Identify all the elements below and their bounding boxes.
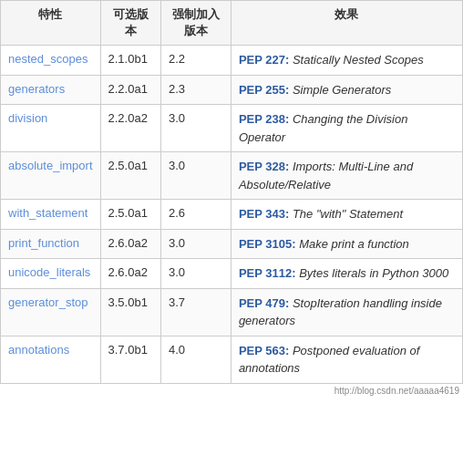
- feature-name: unicode_literals: [8, 265, 90, 279]
- header-feature: 特性: [1, 1, 101, 46]
- pep-description: Make print a function: [299, 237, 409, 251]
- mandatory-version-cell: 3.0: [160, 105, 231, 152]
- effect-cell: PEP 479: StopIteration handling inside g…: [231, 288, 462, 336]
- feature-name: nested_scopes: [8, 52, 87, 66]
- feature-name: division: [8, 111, 47, 125]
- feature-name: with_statement: [8, 206, 87, 220]
- optional-version-cell: 2.5.0a1: [100, 200, 160, 230]
- pep-number: PEP 343:: [239, 207, 293, 221]
- optional-version-cell: 2.2.0a2: [100, 105, 160, 152]
- mandatory-version-cell: 2.2: [160, 46, 231, 76]
- header-effect: 效果: [231, 1, 462, 46]
- pep-number: PEP 563:: [239, 344, 293, 357]
- table-row: generators2.2.0a12.3PEP 255: Simple Gene…: [1, 75, 463, 105]
- header-mandatory: 强制加入版本: [160, 1, 231, 46]
- table-row: annotations3.7.0b14.0PEP 563: Postponed …: [1, 336, 463, 383]
- feature-cell: annotations: [1, 336, 101, 383]
- mandatory-version-cell: 3.0: [160, 229, 231, 259]
- table-row: unicode_literals2.6.0a23.0PEP 3112: Byte…: [1, 259, 463, 289]
- feature-cell: with_statement: [1, 200, 101, 230]
- mandatory-version-cell: 3.0: [160, 259, 231, 289]
- feature-name: annotations: [8, 343, 69, 357]
- feature-name: generator_stop: [8, 295, 87, 309]
- mandatory-version-cell: 4.0: [160, 336, 231, 383]
- optional-version-cell: 2.6.0a2: [100, 229, 160, 259]
- feature-cell: generator_stop: [1, 288, 101, 336]
- pep-number: PEP 3105:: [239, 237, 299, 251]
- feature-cell: division: [1, 105, 101, 152]
- effect-cell: PEP 227: Statically Nested Scopes: [231, 46, 462, 76]
- feature-cell: absolute_import: [1, 152, 101, 200]
- optional-version-cell: 3.7.0b1: [100, 336, 160, 383]
- pep-number: PEP 328:: [239, 160, 293, 173]
- pep-description: Statically Nested Scopes: [293, 53, 424, 67]
- pep-number: PEP 3112:: [239, 266, 299, 280]
- mandatory-version-cell: 2.6: [160, 200, 231, 230]
- optional-version-cell: 2.2.0a1: [100, 75, 160, 105]
- optional-version-cell: 2.1.0b1: [100, 46, 160, 76]
- feature-cell: nested_scopes: [1, 46, 101, 76]
- mandatory-version-cell: 3.7: [160, 288, 231, 336]
- pep-description: Bytes literals in Python 3000: [299, 266, 448, 280]
- header-optional: 可选版本: [100, 1, 160, 46]
- effect-cell: PEP 328: Imports: Multi-Line and Absolut…: [231, 152, 462, 200]
- table-row: nested_scopes2.1.0b12.2PEP 227: Statical…: [1, 46, 463, 76]
- effect-cell: PEP 255: Simple Generators: [231, 75, 462, 105]
- feature-name: print_function: [8, 236, 79, 250]
- features-table: 特性 可选版本 强制加入版本 效果 nested_scopes2.1.0b12.…: [0, 0, 463, 384]
- optional-version-cell: 3.5.0b1: [100, 288, 160, 336]
- effect-cell: PEP 563: Postponed evaluation of annotat…: [231, 336, 462, 383]
- effect-cell: PEP 343: The "with" Statement: [231, 200, 462, 230]
- feature-cell: print_function: [1, 229, 101, 259]
- pep-number: PEP 227:: [239, 53, 293, 67]
- effect-cell: PEP 3105: Make print a function: [231, 229, 462, 259]
- optional-version-cell: 2.6.0a2: [100, 259, 160, 289]
- watermark: http://blog.csdn.net/aaaaa4619: [0, 384, 463, 398]
- effect-cell: PEP 238: Changing the Division Operator: [231, 105, 462, 152]
- feature-cell: unicode_literals: [1, 259, 101, 289]
- pep-number: PEP 255:: [239, 83, 293, 97]
- table-row: with_statement2.5.0a12.6PEP 343: The "wi…: [1, 200, 463, 230]
- mandatory-version-cell: 3.0: [160, 152, 231, 200]
- feature-name: absolute_import: [8, 159, 93, 172]
- table-row: print_function2.6.0a23.0PEP 3105: Make p…: [1, 229, 463, 259]
- table-row: absolute_import2.5.0a13.0PEP 328: Import…: [1, 152, 463, 200]
- effect-cell: PEP 3112: Bytes literals in Python 3000: [231, 259, 462, 289]
- pep-number: PEP 479:: [239, 296, 293, 310]
- feature-cell: generators: [1, 75, 101, 105]
- pep-number: PEP 238:: [239, 112, 293, 126]
- table-row: generator_stop3.5.0b13.7PEP 479: StopIte…: [1, 288, 463, 336]
- table-row: division2.2.0a23.0PEP 238: Changing the …: [1, 105, 463, 152]
- optional-version-cell: 2.5.0a1: [100, 152, 160, 200]
- feature-name: generators: [8, 82, 65, 96]
- pep-description: Simple Generators: [293, 83, 391, 97]
- mandatory-version-cell: 2.3: [160, 75, 231, 105]
- pep-description: The "with" Statement: [293, 207, 403, 221]
